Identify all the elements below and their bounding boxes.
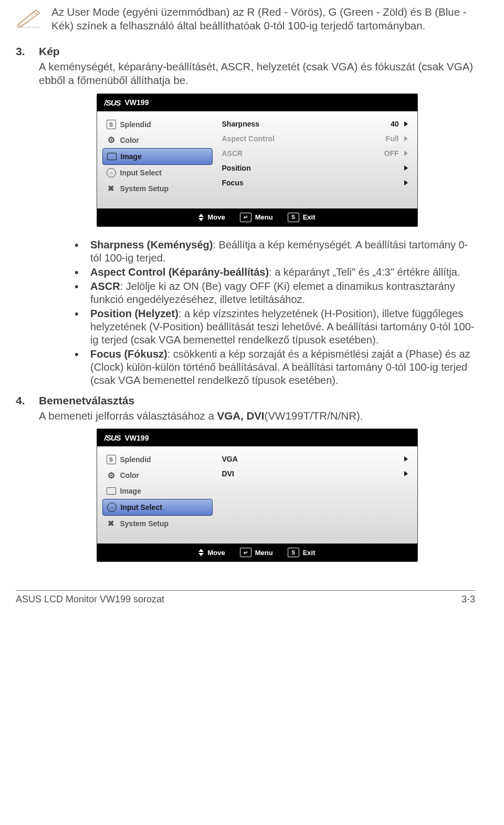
osd-nav-label: Image [121, 152, 142, 161]
osd-nav-item: SSplendid [102, 452, 213, 467]
bullet-title: Position (Helyzet) [90, 308, 178, 319]
section-intro: A keménységét, képarány-beállításét, ASC… [39, 60, 475, 87]
osd-nav-label: Splendid [120, 120, 151, 129]
osd-option-row: VGA [220, 452, 410, 466]
section-title: Bemenetválasztás [39, 394, 475, 407]
osd-nav-item: ✖System Setup [102, 181, 213, 196]
footer-menu: Menu [255, 549, 273, 557]
S-icon: S [107, 120, 116, 129]
osd-options: VGADVI [218, 446, 417, 544]
bullet-text: : Jelölje ki az ON (Be) vagy OFF (Ki) el… [90, 280, 455, 305]
osd-nav: SSplendid⚙ColorImage→Input Select✖System… [97, 111, 218, 208]
s-icon: S [288, 213, 299, 222]
footer-exit: Exit [303, 213, 316, 221]
enter-icon: ↵ [240, 548, 251, 557]
osd-header: /SUS VW199 [97, 94, 417, 111]
osd-nav-label: System Setup [120, 184, 169, 193]
osd-option-value: 40 [391, 120, 399, 128]
osd-nav: SSplendid⚙ColorImage→Input Select✖System… [97, 446, 218, 544]
osd-option-row: Focus [220, 175, 410, 190]
footer-move: Move [207, 213, 225, 221]
section-intro: A bemeneti jelforrás választásához a VGA… [39, 409, 475, 423]
osd-model: VW199 [125, 98, 149, 107]
osd-nav-label: Image [120, 487, 141, 495]
osd-nav-item: →Input Select [102, 165, 213, 181]
input-icon: → [107, 503, 117, 512]
osd-screenshot-image: /SUS VW199 SSplendid⚙ColorImage→Input Se… [97, 93, 418, 227]
osd-option-name: DVI [222, 469, 234, 478]
osd-nav-label: Color [120, 136, 140, 144]
color-icon: ⚙ [107, 471, 116, 480]
enter-icon: ↵ [240, 213, 251, 222]
osd-model: VW199 [125, 434, 149, 442]
bullet-list: Sharpness (Keménység): Beállítja a kép k… [47, 238, 475, 387]
osd-nav-item: SSplendid [102, 117, 213, 132]
footer-move: Move [207, 549, 225, 557]
setup-icon: ✖ [107, 184, 116, 193]
osd-option-name: Position [222, 164, 251, 172]
osd-option-row: Aspect ControlFull [220, 131, 410, 146]
color-icon: ⚙ [107, 135, 116, 145]
osd-option-name: Aspect Control [222, 134, 275, 143]
chevron-right-icon [404, 456, 408, 462]
s-icon: S [288, 548, 299, 557]
osd-option-row: DVI [220, 466, 410, 481]
osd-nav-label: Color [120, 471, 140, 479]
updown-icon [198, 214, 204, 221]
osd-option-name: ASCR [222, 149, 243, 158]
bullet-text: : a képarányt „Teli" és „4:3" értékre ál… [269, 266, 460, 278]
bullet-item: Focus (Fókusz): csökkenti a kép sorzaját… [68, 348, 475, 387]
osd-nav-item: Image [102, 483, 213, 499]
section-number: 4. [16, 394, 28, 570]
footer-exit: Exit [303, 549, 316, 557]
bullet-item: Aspect Control (Képarány-beállítás): a k… [68, 266, 475, 279]
section-title: Kép [39, 45, 475, 58]
osd-footer: Move ↵Menu SExit [97, 208, 417, 226]
bullet-title: Focus (Fókusz) [90, 348, 167, 360]
page-footer: ASUS LCD Monitor VW199 sorozat 3-3 [16, 590, 475, 605]
chevron-right-icon [404, 471, 408, 476]
osd-nav-item: ⚙Color [102, 132, 213, 148]
osd-option-name: Sharpness [222, 120, 260, 128]
footer-right: 3-3 [461, 594, 475, 605]
osd-options: Sharpness40Aspect ControlFullASCROFFPosi… [218, 111, 417, 208]
bullet-title: Aspect Control (Képarány-beállítás) [90, 266, 269, 278]
image-icon [107, 486, 116, 496]
note-text: Az User Mode (egyéni üzemmódban) az R (R… [51, 5, 475, 32]
osd-footer: Move ↵Menu SExit [97, 544, 417, 561]
section-3: 3. Kép A keménységét, képarány-beállítás… [16, 45, 475, 234]
S-icon: S [107, 455, 116, 464]
pen-note-icon [16, 7, 42, 29]
osd-nav-label: System Setup [120, 519, 169, 528]
chevron-right-icon [404, 151, 408, 156]
osd-screenshot-input: /SUS VW199 SSplendid⚙ColorImage→Input Se… [97, 429, 418, 562]
updown-icon [198, 549, 204, 556]
osd-option-row: ASCROFF [220, 146, 410, 161]
section-number: 3. [16, 45, 28, 234]
osd-nav-item: ✖System Setup [102, 516, 213, 531]
osd-option-row: Sharpness40 [220, 117, 410, 131]
footer-menu: Menu [255, 213, 273, 221]
input-icon: → [107, 168, 116, 177]
chevron-right-icon [404, 121, 408, 127]
note-block: Az User Mode (egyéni üzemmódban) az R (R… [16, 5, 475, 32]
osd-option-value: Full [386, 134, 399, 143]
asus-logo-icon: /SUS [104, 98, 121, 107]
bullet-title: Sharpness (Keménység) [90, 239, 213, 250]
chevron-right-icon [404, 165, 408, 171]
chevron-right-icon [404, 180, 408, 185]
osd-nav-label: Splendid [120, 455, 151, 464]
osd-nav-label: Input Select [121, 503, 162, 511]
chevron-right-icon [404, 136, 408, 141]
osd-header: /SUS VW199 [97, 429, 417, 446]
osd-nav-item: Image [102, 148, 213, 165]
image-icon [107, 152, 117, 161]
osd-option-name: VGA [222, 455, 238, 463]
osd-option-row: Position [220, 161, 410, 175]
bullet-item: Position (Helyzet): a kép vízszintes hel… [68, 307, 475, 347]
document-page: Az User Mode (egyéni üzemmódban) az R (R… [0, 0, 504, 825]
osd-nav-item: ⚙Color [102, 467, 213, 483]
osd-nav-label: Input Select [120, 169, 162, 177]
bullet-item: Sharpness (Keménység): Beállítja a kép k… [68, 238, 475, 265]
asus-logo-icon: /SUS [104, 433, 121, 442]
